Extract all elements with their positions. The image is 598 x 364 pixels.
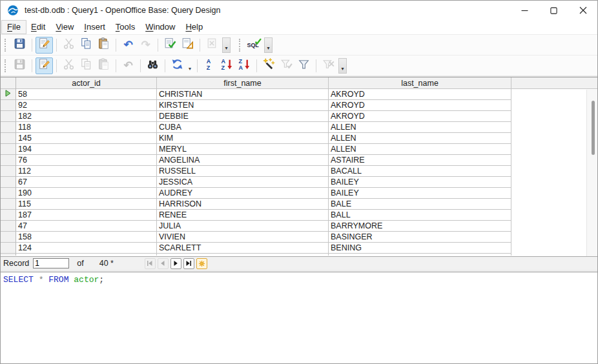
row-selector[interactable] xyxy=(1,199,16,210)
toolbar-grip[interactable] xyxy=(239,39,242,52)
column-header-actor_id[interactable]: actor_id xyxy=(16,77,157,89)
last-record-button[interactable] xyxy=(183,258,194,269)
cell-last_name[interactable]: AKROYD xyxy=(329,111,511,122)
row-selector[interactable] xyxy=(1,144,16,155)
new-record-button[interactable] xyxy=(196,258,207,269)
close-button[interactable] xyxy=(568,1,597,20)
vertical-scrollbar[interactable] xyxy=(586,90,597,256)
paste-button[interactable] xyxy=(95,37,112,54)
cell-actor_id[interactable]: 67 xyxy=(16,177,157,188)
sql-editor[interactable]: SELECT * FROM actor; xyxy=(1,272,597,363)
minimize-button[interactable] xyxy=(510,1,539,20)
cell-first_name[interactable]: RENEE xyxy=(157,210,329,221)
menu-item-help[interactable]: Help xyxy=(180,21,208,34)
cell-first_name[interactable]: KIM xyxy=(157,133,329,144)
cell-first_name[interactable]: HARRISON xyxy=(157,199,329,210)
cell-last_name[interactable]: BARRYMORE xyxy=(329,221,511,232)
sort-descending-button[interactable]: ZA xyxy=(236,57,253,74)
menu-item-window[interactable]: Window xyxy=(140,21,180,34)
row-selector[interactable] xyxy=(1,89,16,100)
row-selector[interactable] xyxy=(1,210,16,221)
undo-button[interactable]: ↶ xyxy=(119,37,137,54)
scrollbar-thumb[interactable] xyxy=(592,101,595,155)
cell-last_name[interactable]: AKROYD xyxy=(329,89,511,100)
cell-first_name[interactable]: CUBA xyxy=(157,122,329,133)
column-header-empty[interactable] xyxy=(511,77,597,89)
cell-first_name[interactable]: JESSICA xyxy=(157,177,329,188)
row-selector[interactable] xyxy=(1,166,16,177)
cell-last_name[interactable]: ALLEN xyxy=(329,122,511,133)
cell-last_name[interactable]: AKROYD xyxy=(329,100,511,111)
cell-first_name[interactable]: VIVIEN xyxy=(157,232,329,243)
menu-item-view[interactable]: View xyxy=(50,21,79,34)
cell-last_name[interactable]: BENING xyxy=(329,254,511,256)
menu-item-edit[interactable]: Edit xyxy=(26,21,50,34)
cell-last_name[interactable]: BALE xyxy=(329,199,511,210)
next-record-button[interactable] xyxy=(170,258,181,269)
cell-first_name[interactable]: AUDREY xyxy=(157,188,329,199)
grid-corner-cell[interactable] xyxy=(1,77,16,89)
dropdown-arrow-icon[interactable]: ▾ xyxy=(186,58,194,74)
cell-actor_id[interactable]: 118 xyxy=(16,122,157,133)
toolbar-grip[interactable] xyxy=(5,59,7,72)
edit-data-button[interactable] xyxy=(36,57,53,74)
sql-view-button[interactable]: SQL xyxy=(245,37,263,54)
menu-item-insert[interactable]: Insert xyxy=(79,21,110,34)
cell-actor_id[interactable]: 47 xyxy=(16,221,157,232)
clear-query-button[interactable] xyxy=(179,37,196,54)
refresh-button[interactable] xyxy=(169,57,186,74)
menu-item-file[interactable]: File xyxy=(2,21,26,34)
record-number-input[interactable] xyxy=(33,258,69,268)
cell-last_name[interactable]: ASTAIRE xyxy=(329,155,511,166)
cell-actor_id[interactable]: 158 xyxy=(16,232,157,243)
sort-button[interactable]: AZ xyxy=(201,57,218,74)
cell-last_name[interactable]: ALLEN xyxy=(329,144,511,155)
edit-data-button[interactable] xyxy=(36,37,53,54)
row-selector[interactable] xyxy=(1,155,16,166)
menu-item-tools[interactable]: Tools xyxy=(110,21,140,34)
cell-first_name[interactable]: ANGELINA xyxy=(157,155,329,166)
auto-filter-button[interactable] xyxy=(260,57,278,74)
cell-actor_id[interactable]: 182 xyxy=(16,111,157,122)
cell-actor_id[interactable]: 124 xyxy=(16,243,157,254)
cell-actor_id[interactable]: 115 xyxy=(16,199,157,210)
row-selector[interactable] xyxy=(1,122,16,133)
cell-first_name[interactable]: MERYL xyxy=(157,144,329,155)
cell-last_name[interactable]: BAILEY xyxy=(329,188,511,199)
row-selector[interactable] xyxy=(1,111,16,122)
cell-actor_id[interactable]: 187 xyxy=(16,210,157,221)
toolbar-grip[interactable] xyxy=(5,39,7,52)
find-record-button[interactable] xyxy=(144,57,161,74)
cell-last_name[interactable]: BAILEY xyxy=(329,177,511,188)
cell-first_name[interactable]: CHRISTIAN xyxy=(157,89,329,100)
cell-actor_id[interactable]: 92 xyxy=(16,100,157,111)
run-query-button[interactable] xyxy=(161,37,179,54)
column-header-first_name[interactable]: first_name xyxy=(157,77,329,89)
row-selector[interactable] xyxy=(1,133,16,144)
cell-first_name[interactable]: RUSSELL xyxy=(157,166,329,177)
standard-filter-button[interactable] xyxy=(295,57,313,74)
row-selector[interactable] xyxy=(1,100,16,111)
row-selector[interactable] xyxy=(1,221,16,232)
cell-first_name[interactable]: MICHAEL xyxy=(157,254,329,256)
cell-last_name[interactable]: ALLEN xyxy=(329,133,511,144)
cell-actor_id[interactable]: 76 xyxy=(16,155,157,166)
row-selector[interactable] xyxy=(1,254,16,256)
sort-ascending-button[interactable]: AZ xyxy=(218,57,236,74)
cell-last_name[interactable]: BENING xyxy=(329,243,511,254)
row-selector[interactable] xyxy=(1,232,16,243)
copy-button[interactable] xyxy=(77,37,95,54)
toolbar-overflow-button[interactable]: ▾ xyxy=(222,37,231,53)
cell-actor_id[interactable]: 58 xyxy=(16,89,157,100)
cell-last_name[interactable]: BASINGER xyxy=(329,232,511,243)
maximize-button[interactable] xyxy=(539,1,568,20)
column-header-last_name[interactable]: last_name xyxy=(329,77,511,89)
row-selector[interactable] xyxy=(1,188,16,199)
cell-actor_id[interactable]: 190 xyxy=(16,188,157,199)
row-selector[interactable] xyxy=(1,243,16,254)
cell-first_name[interactable]: DEBBIE xyxy=(157,111,329,122)
save-button[interactable] xyxy=(11,37,28,54)
toolbar-overflow-button[interactable]: ▾ xyxy=(338,58,347,74)
row-selector[interactable] xyxy=(1,177,16,188)
cell-actor_id[interactable]: 174 xyxy=(16,254,157,256)
